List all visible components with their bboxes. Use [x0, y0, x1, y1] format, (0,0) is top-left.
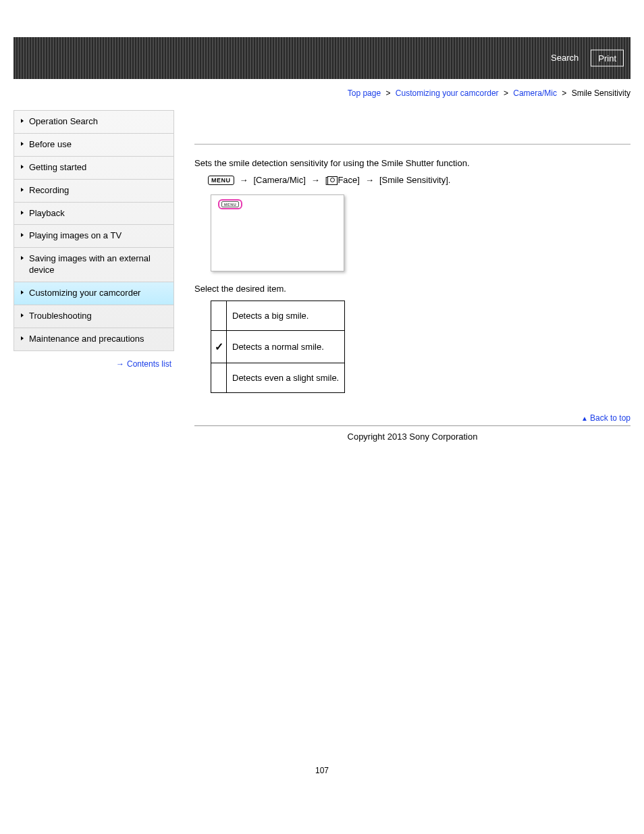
breadcrumb-sep: >	[562, 88, 566, 98]
breadcrumb-sep: >	[385, 88, 390, 98]
main-content: Sets the smile detection sensitivity for…	[194, 110, 630, 455]
sidebar-item[interactable]: Maintenance and precautions	[14, 328, 173, 350]
contents-list-link[interactable]: Contents list	[127, 359, 171, 369]
breadcrumb-sep: >	[504, 88, 508, 98]
menu-badge-icon: MENU	[208, 176, 234, 185]
copyright-text: Copyright 2013 Sony Corporation	[194, 432, 630, 442]
table-row: Detects even a slight smile.	[211, 363, 345, 393]
option-mark-cell	[211, 363, 227, 393]
header-bar: Search Print	[14, 37, 630, 79]
path-segment: [Smile Sensitivity].	[379, 175, 450, 185]
menu-highlight: MENU	[218, 199, 242, 209]
divider	[194, 425, 630, 426]
sidebar: Operation SearchBefore useGetting starte…	[14, 110, 174, 369]
table-row: ✓Detects a normal smile.	[211, 331, 345, 363]
breadcrumb-link[interactable]: Camera/Mic	[513, 88, 557, 98]
sidebar-item[interactable]: Customizing your camcorder	[14, 282, 173, 305]
arrow-right-icon: →	[311, 175, 320, 185]
print-button[interactable]: Print	[591, 50, 624, 67]
sidebar-item[interactable]: Getting started	[14, 156, 173, 179]
screen-mockup: MENU	[211, 194, 344, 271]
option-desc-cell: Detects even a slight smile.	[227, 363, 345, 393]
sidebar-item[interactable]: Operation Search	[14, 110, 173, 133]
sidebar-item[interactable]: Playing images on a TV	[14, 224, 173, 247]
arrow-right-icon: →	[240, 175, 248, 185]
option-mark-cell: ✓	[211, 331, 227, 363]
select-instruction: Select the desired item.	[194, 284, 630, 294]
divider	[194, 144, 630, 145]
breadcrumb-current: Smile Sensitivity	[572, 88, 630, 98]
options-table: Detects a big smile.✓Detects a normal sm…	[211, 301, 345, 393]
page-number: 107	[14, 766, 630, 789]
contents-list-link-wrap: →Contents list	[14, 351, 174, 369]
sidebar-item[interactable]: Saving images with an external device	[14, 247, 173, 282]
triangle-up-icon: ▲	[581, 415, 588, 422]
table-row: Detects a big smile.	[211, 301, 345, 331]
sidebar-item[interactable]: Troubleshooting	[14, 305, 173, 328]
face-icon	[327, 176, 338, 185]
menu-path: MENU → [Camera/Mic] → [Face] → [Smile Se…	[208, 175, 630, 185]
back-to-top-link[interactable]: Back to top	[590, 413, 630, 423]
menu-badge-icon: MENU	[221, 201, 239, 207]
back-to-top-wrap: ▲Back to top	[194, 413, 630, 423]
path-segment: [Face]	[325, 175, 360, 185]
breadcrumb-link[interactable]: Top page	[348, 88, 381, 98]
sidebar-item[interactable]: Recording	[14, 179, 173, 202]
breadcrumb: Top page > Customizing your camcorder > …	[14, 79, 630, 110]
option-desc-cell: Detects a normal smile.	[227, 331, 345, 363]
breadcrumb-link[interactable]: Customizing your camcorder	[396, 88, 499, 98]
option-desc-cell: Detects a big smile.	[227, 301, 345, 331]
checkmark-icon: ✓	[215, 341, 223, 353]
path-segment: [Camera/Mic]	[254, 175, 306, 185]
sidebar-item[interactable]: Before use	[14, 133, 173, 156]
intro-text: Sets the smile detection sensitivity for…	[194, 158, 630, 168]
arrow-right-icon: →	[116, 359, 124, 369]
sidebar-item[interactable]: Playback	[14, 202, 173, 225]
option-mark-cell	[211, 301, 227, 331]
search-button[interactable]: Search	[544, 50, 585, 67]
arrow-right-icon: →	[365, 175, 374, 185]
